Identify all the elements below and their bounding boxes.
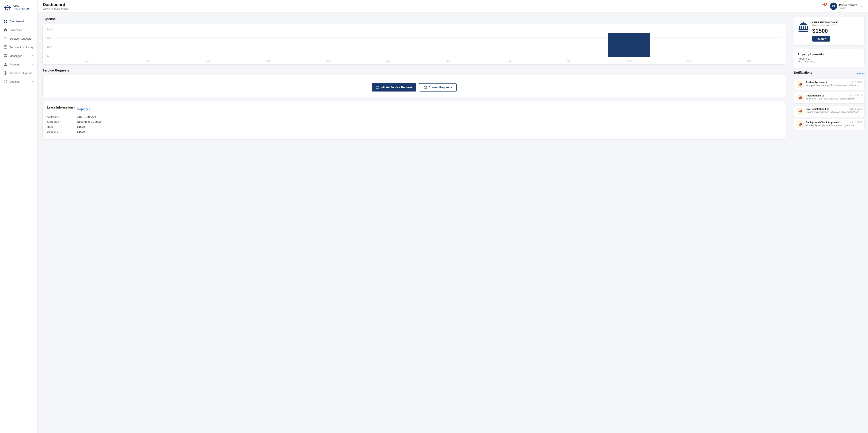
svg-rect-5 (6, 22, 7, 23)
lease-property-name: Property 2 (76, 108, 90, 111)
bar-dec (719, 57, 780, 57)
svg-rect-32 (801, 26, 802, 29)
current-requests-button[interactable]: Current Requests (419, 83, 457, 91)
y-label-1500: $1.5K (47, 28, 55, 30)
notif-title-row-1: Review Agreement Oct 12, 2023 (806, 81, 862, 84)
logo-icon (3, 4, 11, 11)
lease-deposit-value: $1500 (77, 130, 85, 133)
view-all-link[interactable]: View All (857, 73, 865, 75)
x-label-mar: MAR (178, 60, 238, 62)
y-label-0: $0 (47, 55, 55, 57)
current-requests-label: Current Requests (428, 86, 452, 89)
notif-desc-2: Mr Prince. Your registration fee has bee… (806, 97, 862, 100)
svg-marker-36 (799, 22, 808, 25)
x-label-oct: OCT (599, 60, 659, 62)
svg-rect-29 (799, 31, 808, 32)
svg-rect-25 (424, 86, 427, 88)
bar-jan (57, 57, 118, 57)
notifications-section: Notifications View All 📣 Review Agreemen… (794, 71, 865, 130)
notification-icon-4: 📣 (797, 121, 804, 128)
sidebar-item-settings[interactable]: Settings ▼ (0, 77, 37, 86)
notifications-header: Notifications View All (794, 71, 865, 77)
sidebar-item-service-requests[interactable]: Service Requests (0, 34, 37, 43)
notification-body-2: Registration Fee Oct 12, 2023 Mr Prince.… (806, 94, 862, 100)
sidebar-item-service-requests-label: Service Requests (9, 37, 31, 40)
svg-rect-21 (376, 86, 379, 88)
sidebar-item-dashboard-label: Dashboard (9, 20, 24, 23)
notif-date-4: Oct 12, 2023 (849, 121, 862, 123)
property-info-title: Property Information (798, 53, 861, 56)
balance-label: Current Balance (812, 21, 861, 24)
main-content: Expense $1.5K $1K $500 $0 (38, 13, 790, 433)
notifications-title: Notifications (794, 71, 812, 74)
notif-title-4: Background Check Approved (806, 121, 839, 123)
user-details: Prince Tenant Tenant (839, 3, 857, 9)
account-icon (3, 62, 7, 66)
sidebar-item-account[interactable]: Account ▼ (0, 60, 37, 69)
sidebar-nav: Dashboard Properties Service Requests Tr… (0, 15, 37, 433)
expand-icon[interactable]: ⤢ (861, 5, 863, 8)
notif-title-row-4: Background Check Approved Oct 12, 2023 (806, 121, 862, 123)
properties-icon (3, 28, 7, 32)
svg-rect-35 (807, 26, 808, 29)
pay-now-button[interactable]: Pay Now (812, 36, 830, 41)
property-info-card: Property Information Property 2 315 E 12… (794, 49, 865, 67)
balance-info: Current Balance Rent for October 2023 $1… (812, 21, 861, 41)
bar-apr (238, 57, 298, 57)
lease-address-label: Address : (47, 115, 77, 118)
notif-date-1: Oct 12, 2023 (849, 81, 862, 83)
x-label-aug: AUG (478, 60, 539, 62)
sidebar-item-dashboard[interactable]: Dashboard (0, 17, 37, 26)
svg-rect-3 (6, 20, 7, 21)
x-label-apr: APR (238, 60, 298, 62)
notification-item-2[interactable]: 📣 Registration Fee Oct 12, 2023 Mr Princ… (794, 92, 865, 104)
expense-section-title: Expense (42, 17, 786, 21)
lease-startdate-value: November 01 2023 (77, 120, 101, 123)
notification-item-1[interactable]: 📣 Review Agreement Oct 12, 2023 Your pro… (794, 79, 865, 90)
notif-desc-1: Your property manager 'Prince Manager' s… (806, 84, 862, 87)
bar-aug (478, 57, 539, 57)
y-label-500: $500 (47, 46, 55, 48)
account-chevron-icon: ▼ (32, 63, 34, 66)
x-label-sep: SEP (539, 60, 599, 62)
notif-date-3: Oct 12, 2023 (849, 108, 862, 110)
sidebar-item-settings-label: Settings (9, 80, 20, 83)
notification-button[interactable]: 4 (820, 3, 827, 10)
svg-rect-6 (4, 37, 7, 40)
transaction-icon (3, 45, 7, 49)
sidebar-item-transaction-history[interactable]: Transaction History (0, 43, 37, 52)
notif-title-1: Review Agreement (806, 81, 827, 84)
svg-rect-33 (803, 26, 804, 29)
balance-amount: $1500 (812, 28, 861, 34)
lease-information-card: Lease Information - Property 2 Address :… (42, 101, 786, 140)
notification-body-3: Pay Registration Fee Oct 12, 2023 Proper… (806, 108, 862, 113)
x-label-jun: JUN (358, 60, 418, 62)
top-bar: Dashboard Welcome back, Prince 4 PT Prin… (38, 0, 868, 13)
chart-area: $1.5K $1K $500 $0 (47, 28, 781, 62)
x-label-may: MAY (298, 60, 358, 62)
messages-chevron-icon: ▼ (32, 55, 34, 57)
notif-title-2: Registration Fee (806, 94, 824, 97)
notification-item-4[interactable]: 📣 Background Check Approved Oct 12, 2023… (794, 119, 865, 130)
initiate-service-request-button[interactable]: Initiate Service Request (372, 83, 416, 91)
svg-rect-30 (799, 29, 808, 30)
bar-mar (178, 57, 238, 57)
svg-rect-4 (4, 22, 5, 23)
svg-rect-34 (805, 26, 806, 29)
lease-address-value: 315 E 12th Ave (77, 115, 96, 118)
sidebar-item-properties-label: Properties (9, 28, 22, 32)
current-requests-icon (424, 86, 427, 89)
notification-item-3[interactable]: 📣 Pay Registration Fee Oct 12, 2023 Prop… (794, 105, 865, 117)
sidebar-item-messages[interactable]: Messages ▼ (0, 52, 37, 60)
user-name: Prince Tenant (839, 3, 857, 7)
user-info[interactable]: PT Prince Tenant Tenant (830, 3, 857, 10)
settings-icon (3, 80, 7, 84)
sidebar-item-transaction-history-label: Transaction History (9, 46, 34, 49)
x-label-jan: JAN (57, 60, 118, 62)
main-area: Dashboard Welcome back, Prince 4 PT Prin… (38, 0, 868, 433)
sidebar-item-technical-support[interactable]: Technical Support (0, 69, 37, 77)
sidebar-item-properties[interactable]: Properties (0, 26, 37, 34)
svg-rect-2 (4, 20, 5, 21)
x-label-dec: DEC (719, 60, 780, 62)
bar-may (298, 57, 358, 57)
